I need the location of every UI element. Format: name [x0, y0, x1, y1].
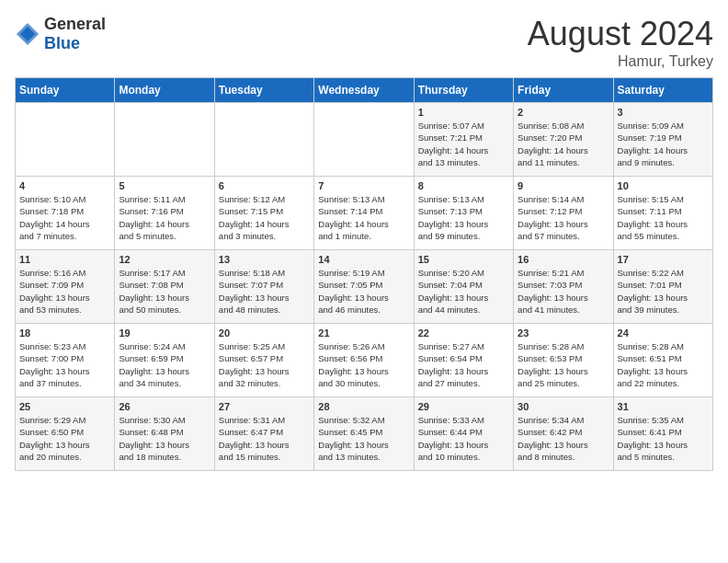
day-number: 17: [618, 254, 709, 265]
col-header-wednesday: Wednesday: [314, 78, 414, 103]
day-info: Daylight: 13 hours: [418, 218, 509, 230]
day-number: 28: [318, 401, 409, 412]
day-info: and 25 minutes.: [518, 377, 609, 389]
calendar-cell: 28Sunrise: 5:32 AMSunset: 6:45 PMDayligh…: [314, 397, 414, 471]
day-info: Sunset: 7:20 PM: [518, 132, 609, 144]
calendar-cell: 21Sunrise: 5:26 AMSunset: 6:56 PMDayligh…: [314, 324, 414, 397]
day-number: 14: [318, 254, 409, 265]
day-info: Sunrise: 5:32 AM: [318, 414, 409, 426]
col-header-monday: Monday: [115, 78, 214, 103]
day-number: 9: [518, 180, 609, 191]
day-info: Sunset: 7:12 PM: [518, 205, 609, 217]
day-info: and 41 minutes.: [518, 304, 609, 316]
calendar-cell: [314, 103, 414, 177]
calendar-cell: 23Sunrise: 5:28 AMSunset: 6:53 PMDayligh…: [514, 324, 613, 397]
day-info: Sunset: 7:14 PM: [318, 205, 409, 217]
calendar-cell: 26Sunrise: 5:30 AMSunset: 6:48 PMDayligh…: [115, 397, 214, 471]
day-info: Sunset: 6:59 PM: [119, 352, 210, 364]
day-number: 13: [219, 254, 310, 265]
day-info: Sunset: 6:50 PM: [19, 426, 110, 438]
day-info: and 32 minutes.: [219, 377, 310, 389]
day-info: Daylight: 14 hours: [219, 218, 310, 230]
calendar-cell: [214, 103, 313, 177]
day-info: Sunrise: 5:22 AM: [618, 267, 709, 279]
day-info: Daylight: 14 hours: [618, 144, 709, 156]
day-info: and 22 minutes.: [618, 377, 709, 389]
day-number: 11: [19, 254, 110, 265]
calendar-cell: 15Sunrise: 5:20 AMSunset: 7:04 PMDayligh…: [414, 250, 513, 324]
day-info: Sunrise: 5:18 AM: [219, 267, 310, 279]
calendar-cell: 18Sunrise: 5:23 AMSunset: 7:00 PMDayligh…: [16, 324, 115, 397]
calendar-cell: 25Sunrise: 5:29 AMSunset: 6:50 PMDayligh…: [16, 397, 115, 471]
day-info: Sunset: 6:47 PM: [219, 426, 310, 438]
col-header-friday: Friday: [514, 78, 613, 103]
day-number: 16: [518, 254, 609, 265]
calendar-cell: 27Sunrise: 5:31 AMSunset: 6:47 PMDayligh…: [214, 397, 313, 471]
day-info: Daylight: 13 hours: [518, 218, 609, 230]
day-info: and 1 minute.: [318, 230, 409, 242]
calendar-cell: [16, 103, 115, 177]
day-info: Daylight: 14 hours: [518, 144, 609, 156]
day-info: Sunset: 6:41 PM: [618, 426, 709, 438]
calendar-cell: 31Sunrise: 5:35 AMSunset: 6:41 PMDayligh…: [613, 397, 712, 471]
day-number: 23: [518, 327, 609, 339]
col-header-thursday: Thursday: [414, 78, 513, 103]
day-number: 26: [119, 401, 210, 412]
calendar-cell: 6Sunrise: 5:12 AMSunset: 7:15 PMDaylight…: [214, 177, 313, 250]
day-info: Sunrise: 5:34 AM: [518, 414, 609, 426]
calendar-week-row: 4Sunrise: 5:10 AMSunset: 7:18 PMDaylight…: [16, 177, 713, 250]
day-info: Sunset: 7:11 PM: [618, 205, 709, 217]
day-info: and 3 minutes.: [219, 230, 310, 242]
location: Hamur, Turkey: [528, 53, 713, 70]
day-number: 18: [19, 327, 110, 339]
col-header-tuesday: Tuesday: [214, 78, 313, 103]
calendar-cell: 22Sunrise: 5:27 AMSunset: 6:54 PMDayligh…: [414, 324, 513, 397]
day-info: Daylight: 13 hours: [19, 439, 110, 451]
day-number: 19: [119, 327, 210, 339]
calendar-cell: 19Sunrise: 5:24 AMSunset: 6:59 PMDayligh…: [115, 324, 214, 397]
calendar-cell: 10Sunrise: 5:15 AMSunset: 7:11 PMDayligh…: [613, 177, 712, 250]
calendar-cell: 14Sunrise: 5:19 AMSunset: 7:05 PMDayligh…: [314, 250, 414, 324]
day-number: 24: [618, 327, 709, 339]
day-info: and 53 minutes.: [19, 304, 110, 316]
day-info: Sunset: 6:57 PM: [219, 352, 310, 364]
calendar-cell: 9Sunrise: 5:14 AMSunset: 7:12 PMDaylight…: [514, 177, 613, 250]
calendar-cell: 13Sunrise: 5:18 AMSunset: 7:07 PMDayligh…: [214, 250, 313, 324]
day-number: 3: [618, 107, 709, 118]
day-info: Daylight: 13 hours: [618, 439, 709, 451]
day-info: Sunrise: 5:07 AM: [418, 120, 509, 132]
day-info: and 39 minutes.: [618, 304, 709, 316]
day-info: Sunset: 6:48 PM: [119, 426, 210, 438]
day-info: Daylight: 13 hours: [119, 292, 210, 304]
day-info: Daylight: 13 hours: [318, 439, 409, 451]
calendar-cell: 17Sunrise: 5:22 AMSunset: 7:01 PMDayligh…: [613, 250, 712, 324]
day-info: Daylight: 14 hours: [19, 218, 110, 230]
calendar-header-row: SundayMondayTuesdayWednesdayThursdayFrid…: [16, 78, 713, 103]
day-info: Sunrise: 5:15 AM: [618, 193, 709, 205]
day-info: Daylight: 13 hours: [518, 365, 609, 377]
calendar-cell: 11Sunrise: 5:16 AMSunset: 7:09 PMDayligh…: [16, 250, 115, 324]
day-info: Sunrise: 5:16 AM: [19, 267, 110, 279]
day-info: and 44 minutes.: [418, 304, 509, 316]
day-info: Sunrise: 5:20 AM: [418, 267, 509, 279]
col-header-saturday: Saturday: [613, 78, 712, 103]
day-info: Daylight: 13 hours: [618, 218, 709, 230]
calendar-cell: 20Sunrise: 5:25 AMSunset: 6:57 PMDayligh…: [214, 324, 313, 397]
calendar-cell: 5Sunrise: 5:11 AMSunset: 7:16 PMDaylight…: [115, 177, 214, 250]
day-info: Sunrise: 5:08 AM: [518, 120, 609, 132]
day-info: Sunset: 6:44 PM: [418, 426, 509, 438]
day-info: Sunrise: 5:14 AM: [518, 193, 609, 205]
calendar-table: SundayMondayTuesdayWednesdayThursdayFrid…: [15, 77, 713, 471]
day-number: 31: [618, 401, 709, 412]
day-number: 4: [19, 180, 110, 191]
day-number: 30: [518, 401, 609, 412]
calendar-cell: 24Sunrise: 5:28 AMSunset: 6:51 PMDayligh…: [613, 324, 712, 397]
day-info: Sunrise: 5:28 AM: [618, 340, 709, 352]
day-number: 29: [418, 401, 509, 412]
day-info: Sunset: 7:09 PM: [19, 279, 110, 291]
day-info: Sunrise: 5:23 AM: [19, 340, 110, 352]
day-info: Sunrise: 5:17 AM: [119, 267, 210, 279]
calendar-cell: 29Sunrise: 5:33 AMSunset: 6:44 PMDayligh…: [414, 397, 513, 471]
calendar-cell: 3Sunrise: 5:09 AMSunset: 7:19 PMDaylight…: [613, 103, 712, 177]
logo-text: General Blue: [44, 15, 106, 53]
